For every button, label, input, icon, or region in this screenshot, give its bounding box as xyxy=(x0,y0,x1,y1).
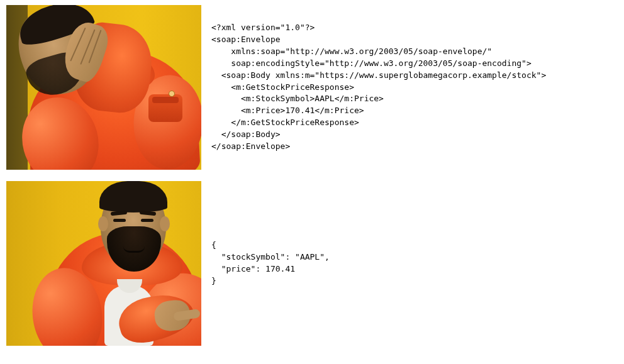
closed-eye-left xyxy=(113,219,126,222)
soap-xml-code: <?xml version="1.0"?> <soap:Envelope xml… xyxy=(211,22,624,152)
drake-yes-image xyxy=(6,181,201,346)
jacket-pocket xyxy=(148,94,182,122)
smile xyxy=(123,246,145,253)
ear-left xyxy=(98,216,108,231)
ear-right xyxy=(160,216,170,231)
hair xyxy=(99,181,167,212)
meme-row-top: <?xml version="1.0"?> <soap:Envelope xml… xyxy=(6,5,624,170)
json-code: { "stockSymbol": "AAPL", "price": 170.41… xyxy=(211,240,624,287)
drake-no-image xyxy=(6,5,201,170)
meme-row-bottom: { "stockSymbol": "AAPL", "price": 170.41… xyxy=(6,181,624,346)
closed-eye-right xyxy=(141,219,153,222)
pocket-button-icon xyxy=(169,91,175,97)
